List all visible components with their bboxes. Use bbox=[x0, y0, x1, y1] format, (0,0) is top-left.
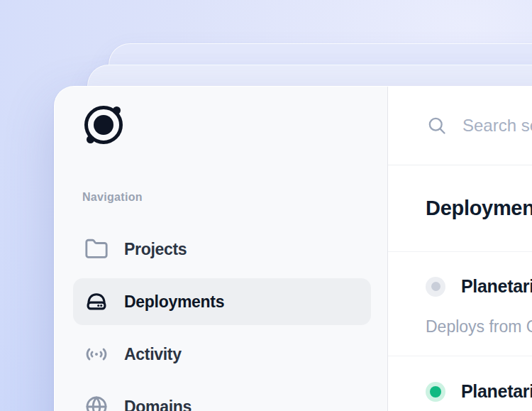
hard-drive-icon bbox=[84, 290, 109, 314]
sidebar-item-domains[interactable]: Domains bbox=[73, 383, 371, 411]
main-panel: Deployments Planetaria Deploys from GitH… bbox=[388, 87, 532, 411]
status-dot-core bbox=[431, 282, 440, 291]
nav-list: Projects Deployments bbox=[73, 226, 371, 411]
orbit-logo-satellite bbox=[87, 136, 94, 143]
folder-icon bbox=[84, 237, 109, 261]
deployment-row[interactable]: Planetaria Deploys from GitHub bbox=[388, 252, 532, 356]
sidebar-item-projects[interactable]: Projects bbox=[73, 226, 371, 273]
radio-waves-icon bbox=[84, 342, 109, 366]
sidebar-item-label: Projects bbox=[124, 240, 187, 259]
sidebar-item-label: Domains bbox=[124, 398, 192, 411]
status-dot-online bbox=[426, 382, 445, 402]
deployment-row-header: Planetaria bbox=[426, 356, 532, 402]
status-dot-idle bbox=[426, 277, 445, 297]
sidebar-item-label: Activity bbox=[124, 345, 182, 364]
deployment-description: Deploys from GitHub bbox=[426, 317, 532, 336]
sidebar-item-deployments[interactable]: Deployments bbox=[73, 278, 371, 325]
page-title: Deployments bbox=[426, 197, 532, 220]
orbit-logo[interactable] bbox=[84, 106, 123, 144]
title-block: Deployments bbox=[388, 165, 532, 252]
deployment-name: Planetaria bbox=[461, 381, 532, 402]
search-bar[interactable] bbox=[388, 87, 532, 165]
deployment-row[interactable]: Planetaria bbox=[388, 356, 532, 411]
nav-section-label: Navigation bbox=[82, 190, 143, 204]
search-icon bbox=[427, 116, 447, 136]
sidebar-item-activity[interactable]: Activity bbox=[73, 331, 371, 378]
status-dot-core bbox=[430, 386, 441, 398]
deployment-row-header: Planetaria bbox=[426, 252, 532, 297]
search-input[interactable] bbox=[462, 116, 532, 136]
page-background: Navigation Projects bbox=[0, 0, 532, 411]
app-window: Navigation Projects bbox=[54, 86, 532, 411]
sidebar: Navigation Projects bbox=[55, 87, 388, 411]
sidebar-item-label: Deployments bbox=[124, 292, 224, 312]
orbit-logo-satellite bbox=[113, 106, 121, 114]
orbit-logo-core bbox=[94, 115, 113, 135]
globe-icon bbox=[84, 395, 109, 411]
deployment-name: Planetaria bbox=[461, 276, 532, 297]
